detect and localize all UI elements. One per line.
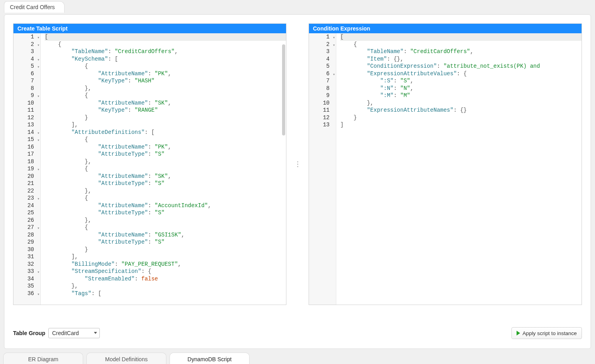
code-line[interactable]: "AttributeName": "AccountIndexId", xyxy=(45,202,286,210)
code-right[interactable]: [ { "TableName": "CreditCardOffers", "It… xyxy=(336,33,582,305)
scrollbar-vertical-thumb[interactable] xyxy=(282,44,285,135)
gutter-line[interactable]: 35 xyxy=(13,282,34,290)
gutter-line[interactable]: 27 xyxy=(13,224,34,231)
gutter-line[interactable]: 26 xyxy=(13,217,34,224)
gutter-line[interactable]: 3 xyxy=(309,48,330,55)
gutter-line[interactable]: 13 xyxy=(309,121,330,129)
gutter-line[interactable]: 5 xyxy=(13,63,34,70)
gutter-line[interactable]: 22 xyxy=(13,187,34,195)
code-line[interactable]: ":S": "S", xyxy=(340,77,582,85)
code-line[interactable]: "KeyType": "HASH" xyxy=(45,77,286,85)
bottom-tab-er-diagram[interactable]: ER Diagram xyxy=(3,353,83,364)
gutter-line[interactable]: 13 xyxy=(13,121,34,129)
code-line[interactable]: "AttributeType": "S" xyxy=(45,209,286,217)
table-group-select[interactable]: CreditCard xyxy=(48,328,100,338)
gutter-line[interactable]: 2 xyxy=(13,41,34,48)
code-line[interactable]: "Tags": [ xyxy=(45,290,286,297)
tab-credit-card-offers[interactable]: Credit Card Offers xyxy=(4,1,65,13)
gutter-line[interactable]: 21 xyxy=(13,180,34,187)
code-line[interactable]: { xyxy=(45,194,286,202)
gutter-line[interactable]: 8 xyxy=(309,85,330,92)
code-line[interactable]: { xyxy=(45,165,286,173)
code-line[interactable]: }, xyxy=(45,282,286,290)
gutter-line[interactable]: 15 xyxy=(13,136,34,143)
gutter-line[interactable]: 34 xyxy=(13,275,34,283)
gutter-line[interactable]: 14 xyxy=(13,129,34,136)
gutter-line[interactable]: 11 xyxy=(309,107,330,114)
gutter-line[interactable]: 5 xyxy=(309,63,330,70)
code-left[interactable]: [ { "TableName": "CreditCardOffers", "Ke… xyxy=(41,33,286,305)
code-line[interactable]: "KeySchema": [ xyxy=(45,55,286,63)
code-line[interactable]: { xyxy=(45,63,286,70)
code-line[interactable]: ], xyxy=(45,121,286,129)
bottom-tab-model-definitions[interactable]: Model Definitions xyxy=(86,353,166,364)
code-line[interactable]: { xyxy=(45,92,286,99)
code-line[interactable]: "AttributeDefinitions": [ xyxy=(45,129,286,136)
code-line[interactable]: "Item": {}, xyxy=(340,55,582,63)
code-line[interactable]: }, xyxy=(45,85,286,92)
gutter-right[interactable]: 12345678910111213 xyxy=(309,33,336,305)
code-line[interactable]: [ xyxy=(340,33,582,41)
code-line[interactable]: ":M": "M" xyxy=(340,92,582,99)
gutter-left[interactable]: 1234567891011121314151617181920212223242… xyxy=(13,33,41,305)
gutter-line[interactable]: 12 xyxy=(13,114,34,122)
code-line[interactable]: ":N": "N", xyxy=(340,85,582,92)
gutter-line[interactable]: 24 xyxy=(13,202,34,210)
bottom-tab-dynamodb-script[interactable]: DynamoDB Script xyxy=(170,353,250,364)
gutter-line[interactable]: 6 xyxy=(309,70,330,78)
code-line[interactable]: "AttributeName": "PK", xyxy=(45,143,286,151)
code-line[interactable]: "AttributeType": "S" xyxy=(45,151,286,158)
gutter-line[interactable]: 17 xyxy=(13,151,34,158)
code-line[interactable]: "KeyType": "RANGE" xyxy=(45,107,286,114)
code-line[interactable]: "AttributeType": "S" xyxy=(45,238,286,246)
code-line[interactable]: [ xyxy=(45,33,286,41)
gutter-line[interactable]: 9 xyxy=(309,92,330,99)
gutter-line[interactable]: 19 xyxy=(13,165,34,173)
gutter-line[interactable]: 11 xyxy=(13,107,34,114)
code-line[interactable]: { xyxy=(45,224,286,231)
code-line[interactable]: } xyxy=(45,114,286,122)
gutter-line[interactable]: 9 xyxy=(13,92,34,99)
code-line[interactable]: "StreamEnabled": false xyxy=(45,275,286,283)
code-line[interactable]: { xyxy=(45,136,286,143)
code-line[interactable]: "AttributeName": "PK", xyxy=(45,70,286,78)
gutter-line[interactable]: 6 xyxy=(13,70,34,78)
gutter-line[interactable]: 18 xyxy=(13,158,34,166)
code-line[interactable]: "TableName": "CreditCardOffers", xyxy=(45,48,286,55)
code-line[interactable]: }, xyxy=(340,99,582,107)
gutter-line[interactable]: 3 xyxy=(13,48,34,55)
code-line[interactable]: }, xyxy=(45,187,286,195)
code-editor-right[interactable]: 12345678910111213 [ { "TableName": "Cred… xyxy=(309,33,582,305)
gutter-line[interactable]: 30 xyxy=(13,246,34,253)
gutter-line[interactable]: 33 xyxy=(13,268,34,275)
code-editor-left[interactable]: 1234567891011121314151617181920212223242… xyxy=(13,33,286,305)
code-line[interactable]: "AttributeName": "GSI1SK", xyxy=(45,231,286,239)
gutter-line[interactable]: 7 xyxy=(309,77,330,85)
code-line[interactable]: { xyxy=(45,41,286,48)
code-line[interactable]: "ExpressionAttributeValues": { xyxy=(340,70,582,78)
gutter-line[interactable]: 29 xyxy=(13,238,34,246)
apply-script-button[interactable]: Apply script to instance xyxy=(511,327,582,339)
gutter-line[interactable]: 1 xyxy=(309,33,330,41)
code-line[interactable]: "ExpressionAttributeNames": {} xyxy=(340,107,582,114)
gutter-line[interactable]: 7 xyxy=(13,77,34,85)
gutter-line[interactable]: 2 xyxy=(309,41,330,48)
code-line[interactable]: "StreamSpecification": { xyxy=(45,268,286,275)
gutter-line[interactable]: 4 xyxy=(309,55,330,63)
gutter-line[interactable]: 12 xyxy=(309,114,330,122)
code-line[interactable]: } xyxy=(45,246,286,253)
code-line[interactable]: "AttributeType": "S" xyxy=(45,180,286,187)
code-line[interactable]: }, xyxy=(45,217,286,224)
gutter-line[interactable]: 10 xyxy=(309,99,330,107)
gutter-line[interactable]: 28 xyxy=(13,231,34,239)
editor-splitter[interactable] xyxy=(296,23,299,305)
gutter-line[interactable]: 32 xyxy=(13,261,34,268)
gutter-line[interactable]: 1 xyxy=(13,33,34,41)
code-line[interactable]: "ConditionExpression": "attribute_not_ex… xyxy=(340,63,582,70)
gutter-line[interactable]: 36 xyxy=(13,290,34,297)
code-line[interactable]: { xyxy=(340,41,582,48)
gutter-line[interactable]: 16 xyxy=(13,143,34,151)
code-line[interactable]: ] xyxy=(340,121,582,129)
code-line[interactable]: "TableName": "CreditCardOffers", xyxy=(340,48,582,55)
gutter-line[interactable]: 25 xyxy=(13,209,34,217)
